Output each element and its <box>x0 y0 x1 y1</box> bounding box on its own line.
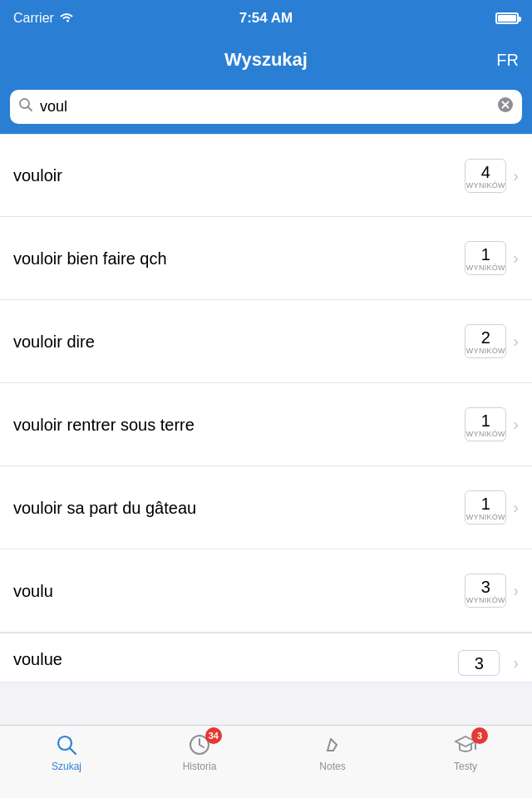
tab-testy-label: Testy <box>454 761 477 772</box>
result-term: voulu <box>13 564 465 618</box>
result-badge: 3 WYNIKÓW <box>465 574 506 608</box>
svg-line-11 <box>331 739 337 745</box>
nav-title: Wyszukaj <box>224 49 308 71</box>
historia-badge: 34 <box>205 727 222 744</box>
wifi-icon <box>59 12 74 26</box>
notes-tab-icon-wrap <box>320 732 345 757</box>
tab-historia-label: Historia <box>183 761 217 772</box>
result-row[interactable]: vouloir sa part du gâteau 1 WYNIKÓW › <box>0 466 532 549</box>
result-term: vouloir sa part du gâteau <box>13 480 465 535</box>
result-badge-area: 2 WYNIKÓW › <box>465 324 519 358</box>
result-term: vouloir bien faire qch <box>13 231 465 286</box>
result-row[interactable]: voulue 3 › <box>0 633 532 682</box>
result-row[interactable]: voulu 3 WYNIKÓW › <box>0 549 532 633</box>
result-badge-area: 1 WYNIKÓW › <box>465 490 519 525</box>
result-badge: 3 <box>458 650 500 676</box>
search-bar <box>10 90 522 124</box>
tab-szukaj[interactable]: Szukaj <box>0 732 133 772</box>
status-bar-left: Carrier <box>13 11 74 26</box>
search-clear-button[interactable] <box>497 96 514 117</box>
svg-line-10 <box>328 739 331 751</box>
result-term: vouloir <box>13 148 465 203</box>
svg-line-13 <box>333 745 337 751</box>
testy-badge: 3 <box>471 727 488 744</box>
result-badge-area: 3 › <box>458 650 519 676</box>
tab-bar: Szukaj 34 Historia Notes <box>0 725 532 798</box>
tab-szukaj-label: Szukaj <box>52 761 81 772</box>
tab-historia[interactable]: 34 Historia <box>133 732 266 772</box>
battery-icon <box>495 12 519 24</box>
tab-notes[interactable]: Notes <box>266 732 399 772</box>
nav-bar: Wyszukaj FR <box>0 37 532 83</box>
tab-testy[interactable]: 3 Testy <box>399 732 532 772</box>
search-tab-icon-wrap <box>54 732 79 757</box>
svg-line-1 <box>28 107 32 111</box>
result-term: voulue <box>13 650 458 669</box>
result-row[interactable]: vouloir bien faire qch 1 WYNIKÓW › <box>0 217 532 300</box>
search-tab-icon <box>54 732 79 757</box>
result-term: vouloir rentrer sous terre <box>13 397 465 452</box>
chevron-right-icon: › <box>513 653 519 672</box>
search-input[interactable] <box>40 98 490 116</box>
result-badge-area: 3 WYNIKÓW › <box>465 574 519 608</box>
status-bar-right <box>495 12 519 24</box>
chevron-right-icon: › <box>513 332 519 351</box>
chevron-right-icon: › <box>513 166 519 185</box>
svg-line-9 <box>200 745 204 747</box>
search-bar-container <box>0 83 532 134</box>
result-badge-area: 1 WYNIKÓW › <box>465 407 519 441</box>
result-badge-area: 1 WYNIKÓW › <box>465 241 519 275</box>
status-bar-time: 7:54 AM <box>239 10 293 27</box>
result-badge: 1 WYNIKÓW <box>465 407 506 441</box>
search-icon <box>18 97 33 116</box>
chevron-right-icon: › <box>513 498 519 517</box>
svg-line-6 <box>70 748 76 754</box>
chevron-right-icon: › <box>513 249 519 268</box>
lang-fr-button[interactable]: FR <box>496 51 519 70</box>
tab-notes-label: Notes <box>319 761 345 772</box>
result-row[interactable]: vouloir rentrer sous terre 1 WYNIKÓW › <box>0 383 532 466</box>
result-row[interactable]: vouloir dire 2 WYNIKÓW › <box>0 300 532 383</box>
historia-tab-icon-wrap: 34 <box>187 732 212 757</box>
status-bar: Carrier 7:54 AM <box>0 0 532 37</box>
result-badge-area: 4 WYNIKÓW › <box>465 159 519 193</box>
pencil-icon <box>320 732 345 757</box>
testy-tab-icon-wrap: 3 <box>453 732 478 757</box>
result-term: vouloir dire <box>13 314 465 369</box>
result-row[interactable]: vouloir 4 WYNIKÓW › <box>0 134 532 217</box>
result-badge: 2 WYNIKÓW <box>465 324 506 358</box>
chevron-right-icon: › <box>513 581 519 600</box>
result-badge: 4 WYNIKÓW <box>465 159 506 193</box>
carrier-label: Carrier <box>13 11 54 26</box>
result-badge: 1 WYNIKÓW <box>465 241 506 275</box>
chevron-right-icon: › <box>513 415 519 434</box>
result-badge: 1 WYNIKÓW <box>465 490 506 525</box>
results-list: vouloir 4 WYNIKÓW › vouloir bien faire q… <box>0 134 532 726</box>
